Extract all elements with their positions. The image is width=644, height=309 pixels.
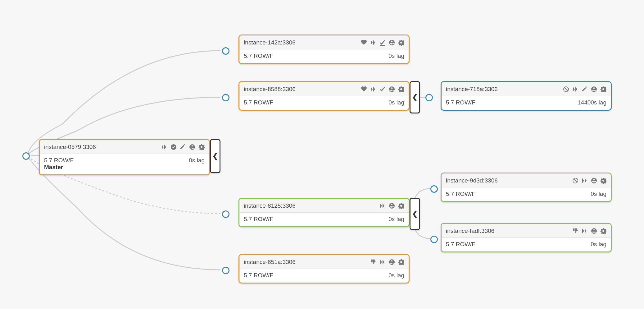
node-title: instance-142a:3306 <box>244 39 296 46</box>
heart-icon[interactable] <box>361 86 367 92</box>
chevron-left-icon: ❮ <box>412 210 418 218</box>
check-underline-icon[interactable] <box>379 39 386 46</box>
check-circle-icon[interactable] <box>170 144 177 150</box>
thumbs-down-icon[interactable] <box>572 228 578 234</box>
lag-label: 0s lag <box>388 272 404 279</box>
collapse-tab-8125[interactable]: ❮ <box>410 198 420 230</box>
node-651a[interactable]: instance-651a:3306 5.7 ROW/F0s lag <box>238 254 410 284</box>
node-info: 5.7 ROW/F <box>446 241 475 248</box>
globe-icon[interactable] <box>389 259 395 265</box>
port-9d3d[interactable] <box>430 185 438 193</box>
check-underline-icon[interactable] <box>379 86 386 92</box>
node-title: instance-8588:3306 <box>244 86 296 93</box>
forward-icon[interactable] <box>379 259 386 265</box>
forward-icon[interactable] <box>379 203 386 209</box>
node-icons <box>563 86 606 92</box>
ban-icon[interactable] <box>572 178 578 184</box>
lag-label: 0s lag <box>591 191 606 197</box>
globe-icon[interactable] <box>591 228 597 234</box>
pencil-icon[interactable] <box>180 144 186 150</box>
lag-label: 0s lag <box>591 241 606 248</box>
gear-icon[interactable] <box>600 228 606 234</box>
forward-icon[interactable] <box>582 178 588 184</box>
globe-icon[interactable] <box>591 86 597 92</box>
node-title: instance-0579:3306 <box>44 144 96 150</box>
globe-icon[interactable] <box>389 86 395 92</box>
gear-icon[interactable] <box>398 203 404 209</box>
node-fadf[interactable]: instance-fadf:3306 5.7 ROW/F0s lag <box>441 223 612 252</box>
port-8125[interactable] <box>222 210 229 218</box>
chevron-left-icon: ❮ <box>212 152 218 160</box>
lag-label: 0s lag <box>388 216 404 223</box>
globe-icon[interactable] <box>591 178 597 184</box>
port-8588[interactable] <box>222 94 229 101</box>
port-master[interactable] <box>22 152 30 160</box>
gear-icon[interactable] <box>600 86 606 92</box>
node-master[interactable]: instance-0579:3306 5.7 ROW/FMaster 0s la… <box>39 139 210 175</box>
lag-label: 0s lag <box>189 157 205 164</box>
forward-icon[interactable] <box>572 86 578 92</box>
node-title: instance-9d3d:3306 <box>446 177 498 184</box>
port-718a[interactable] <box>425 94 433 101</box>
node-8125[interactable]: instance-8125:3306 5.7 ROW/F0s lag <box>238 198 410 227</box>
node-icons <box>361 39 404 46</box>
forward-icon[interactable] <box>370 39 376 46</box>
node-info: 5.7 ROW/FMaster <box>44 157 74 171</box>
globe-icon[interactable] <box>389 203 395 209</box>
node-718a[interactable]: instance-718a:3306 5.7 ROW/F14400s lag <box>441 81 612 111</box>
ban-icon[interactable] <box>563 86 569 92</box>
gear-icon[interactable] <box>398 39 404 46</box>
node-icons <box>161 144 205 150</box>
thumbs-down-icon[interactable] <box>370 259 376 265</box>
node-title: instance-718a:3306 <box>446 86 498 93</box>
collapse-tab-master[interactable]: ❮ <box>210 139 220 173</box>
node-title: instance-8125:3306 <box>244 202 296 209</box>
node-142a[interactable]: instance-142a:3306 5.7 ROW/F0s lag <box>238 35 410 64</box>
forward-icon[interactable] <box>161 144 167 150</box>
port-651a[interactable] <box>222 267 229 274</box>
node-icons <box>370 259 404 265</box>
node-icons <box>361 86 404 92</box>
globe-icon[interactable] <box>189 144 195 150</box>
lag-label: 0s lag <box>388 99 404 106</box>
gear-icon[interactable] <box>600 178 606 184</box>
node-title: instance-651a:3306 <box>244 259 296 265</box>
node-info: 5.7 ROW/F <box>244 216 273 223</box>
lag-label: 0s lag <box>388 53 404 59</box>
gear-icon[interactable] <box>398 86 404 92</box>
node-info: 5.7 ROW/F <box>244 99 273 106</box>
gear-icon[interactable] <box>398 259 404 265</box>
node-info: 5.7 ROW/F <box>244 272 273 279</box>
globe-icon[interactable] <box>389 39 395 46</box>
chevron-left-icon: ❮ <box>412 93 418 101</box>
node-info: 5.7 ROW/F <box>446 99 475 106</box>
topology-canvas: { "master": { "title": "instance-0579:33… <box>0 0 644 309</box>
node-icons <box>572 228 606 234</box>
node-8588[interactable]: instance-8588:3306 5.7 ROW/F0s lag <box>238 81 410 111</box>
forward-icon[interactable] <box>582 228 588 234</box>
node-9d3d[interactable]: instance-9d3d:3306 5.7 ROW/F0s lag <box>441 173 612 202</box>
node-info: 5.7 ROW/F <box>446 191 475 197</box>
node-icons <box>572 178 606 184</box>
gear-icon[interactable] <box>198 144 205 150</box>
collapse-tab-8588[interactable]: ❮ <box>410 81 420 113</box>
node-title: instance-fadf:3306 <box>446 228 494 234</box>
pencil-icon[interactable] <box>582 86 588 92</box>
lag-label: 14400s lag <box>578 99 606 106</box>
port-142a[interactable] <box>222 47 229 55</box>
node-icons <box>379 203 404 209</box>
node-info: 5.7 ROW/F <box>244 53 273 59</box>
forward-icon[interactable] <box>370 86 376 92</box>
heart-icon[interactable] <box>361 39 367 46</box>
port-fadf[interactable] <box>430 236 438 243</box>
